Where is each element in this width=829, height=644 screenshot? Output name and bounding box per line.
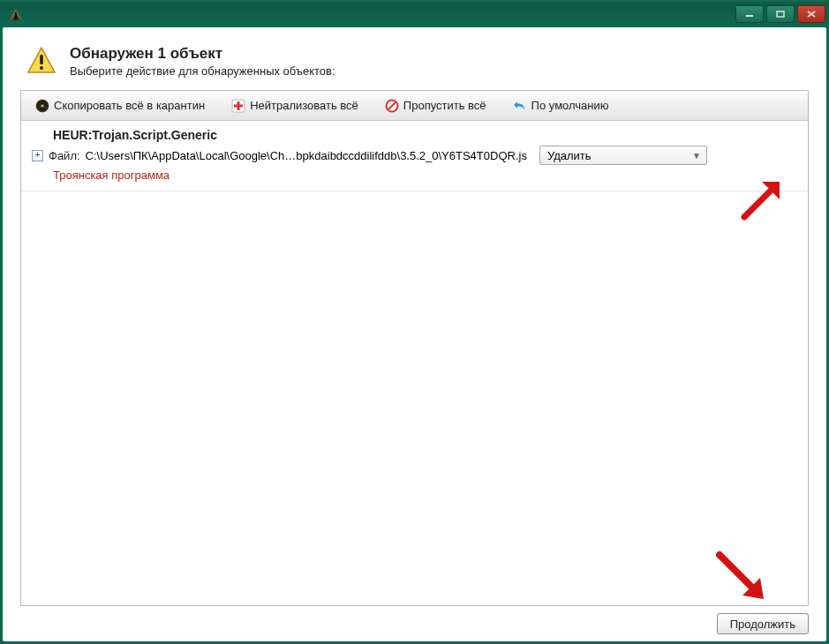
app-logo-icon [8, 7, 24, 23]
minimize-button[interactable] [735, 5, 764, 23]
quarantine-all-button[interactable]: Скопировать всё в карантин [25, 95, 215, 116]
undo-icon [513, 99, 527, 113]
close-button[interactable] [797, 5, 825, 23]
continue-label: Продолжить [730, 618, 795, 631]
warning-icon [26, 45, 57, 77]
skip-all-label: Пропустить всё [403, 99, 486, 112]
svg-rect-2 [777, 11, 784, 17]
defaults-button[interactable]: По умолчанию [502, 95, 620, 116]
toolbar: Скопировать всё в карантин Нейтрализоват… [21, 91, 808, 121]
svg-point-4 [40, 66, 43, 70]
prohibit-icon [385, 99, 399, 113]
quarantine-all-label: Скопировать всё в карантин [54, 99, 205, 112]
client-area: Обнаружен 1 объект Выберите действие для… [3, 27, 826, 641]
svg-rect-9 [234, 104, 243, 107]
expand-toggle[interactable]: + [32, 150, 43, 161]
page-title: Обнаружен 1 объект [70, 45, 335, 63]
svg-rect-3 [40, 55, 43, 64]
svg-point-6 [41, 104, 44, 108]
threat-name: HEUR:Trojan.Script.Generic [32, 128, 797, 142]
defaults-label: По умолчанию [531, 99, 609, 112]
threat-verdict: Троянская программа [32, 168, 797, 182]
medical-cross-icon [231, 99, 245, 113]
threat-list: HEUR:Trojan.Script.Generic + Файл: C:\Us… [21, 121, 808, 605]
neutralize-all-button[interactable]: Нейтрализовать всё [221, 95, 369, 116]
svg-rect-1 [746, 15, 753, 17]
action-selected-label: Удалить [547, 149, 592, 162]
titlebar [3, 3, 826, 27]
threat-panel: Скопировать всё в карантин Нейтрализоват… [20, 90, 809, 606]
app-window: Обнаружен 1 объект Выберите действие для… [0, 0, 829, 644]
chevron-down-icon: ▼ [692, 151, 701, 161]
file-row: + Файл: C:\Users\ПК\AppData\Local\Google… [32, 146, 797, 165]
footer: Продолжить [20, 606, 809, 634]
action-dropdown[interactable]: Удалить ▼ [539, 146, 707, 165]
file-path: C:\Users\ПК\AppData\Local\Google\Ch…bpkd… [86, 149, 527, 162]
page-subtitle: Выберите действие для обнаруженных объек… [70, 64, 335, 78]
file-prefix-label: Файл: [49, 149, 80, 162]
maximize-button[interactable] [766, 5, 795, 23]
header-text: Обнаружен 1 объект Выберите действие для… [70, 45, 335, 78]
skip-all-button[interactable]: Пропустить всё [374, 95, 497, 116]
continue-button[interactable]: Продолжить [717, 613, 809, 634]
neutralize-all-label: Нейтрализовать всё [250, 99, 358, 112]
threat-item: HEUR:Trojan.Script.Generic + Файл: C:\Us… [21, 121, 808, 191]
radiation-icon [35, 99, 49, 113]
window-controls [735, 5, 825, 23]
header: Обнаружен 1 объект Выберите действие для… [20, 45, 809, 78]
